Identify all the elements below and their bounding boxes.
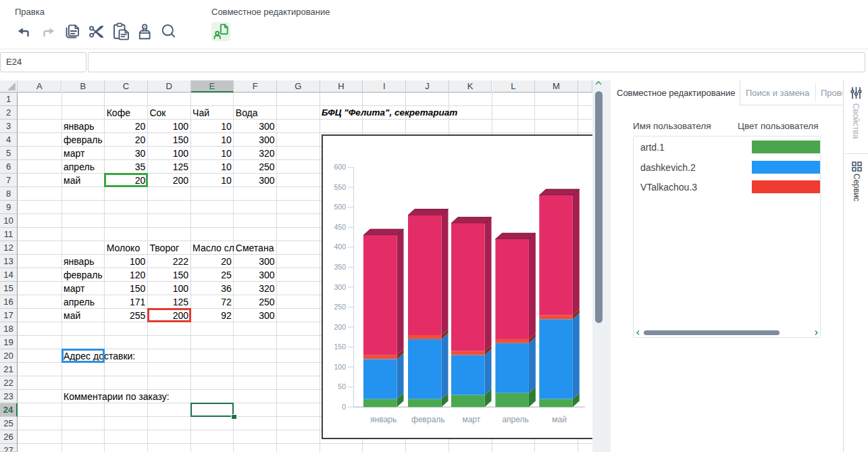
svg-text:350: 350 — [334, 263, 346, 271]
svg-text:январь: январь — [370, 415, 397, 424]
svg-text:февраль: февраль — [411, 415, 445, 424]
svg-text:март: март — [462, 415, 480, 424]
svg-text:500: 500 — [334, 203, 346, 211]
svg-text:550: 550 — [334, 183, 346, 191]
svg-text:май: май — [552, 415, 567, 424]
svg-text:200: 200 — [334, 323, 346, 331]
svg-text:250: 250 — [334, 303, 346, 311]
svg-text:600: 600 — [334, 163, 346, 171]
svg-text:0: 0 — [342, 403, 346, 411]
svg-text:450: 450 — [334, 223, 346, 231]
svg-text:50: 50 — [338, 382, 346, 391]
svg-text:300: 300 — [334, 283, 346, 291]
svg-text:апрель: апрель — [502, 415, 528, 424]
svg-text:400: 400 — [334, 243, 346, 251]
svg-text:100: 100 — [334, 363, 346, 371]
svg-text:150: 150 — [334, 343, 346, 351]
